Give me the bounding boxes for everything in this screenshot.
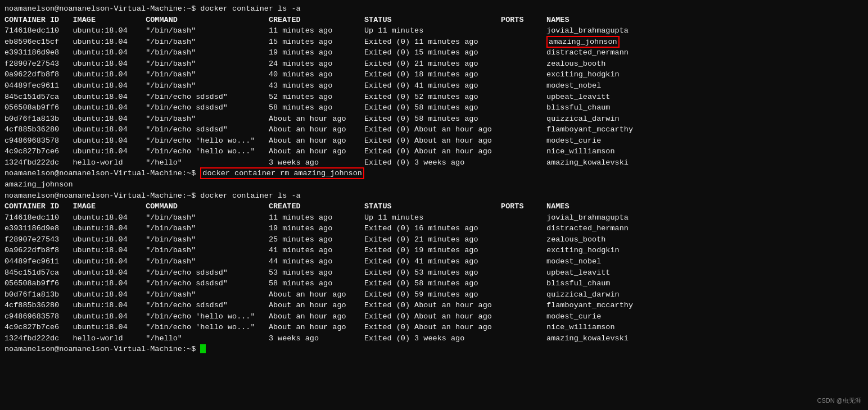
table-row: b0d76f1a813b ubuntu:18.04 "/bin/bash" Ab… [4, 113, 864, 125]
table-row: 845c151d57ca ubuntu:18.04 "/bin/echo sds… [4, 267, 864, 279]
table-row: 4cf885b36280 ubuntu:18.04 "/bin/echo sds… [4, 300, 864, 311]
table-row: 056508ab9ff6 ubuntu:18.04 "/bin/echo sds… [4, 278, 864, 289]
table-row: 714618edc110 ubuntu:18.04 "/bin/bash" 11… [4, 212, 864, 224]
table2-header: CONTAINER ID IMAGE COMMAND CREATED STATU… [4, 201, 864, 212]
table-row: 04489fec9611 ubuntu:18.04 "/bin/bash" 44… [4, 256, 864, 267]
prompt-line-3: noamanelson@noamanelson-Virtual-Machine:… [4, 190, 864, 202]
prompt-line-2: noamanelson@noamanelson-Virtual-Machine:… [4, 168, 864, 179]
table-row: c94869683578 ubuntu:18.04 "/bin/echo 'he… [4, 135, 864, 147]
table-row: 0a9622dfb8f8 ubuntu:18.04 "/bin/bash" 40… [4, 69, 864, 80]
table-row: 4c9c827b7ce6 ubuntu:18.04 "/bin/echo 'he… [4, 146, 864, 157]
table-row: c94869683578 ubuntu:18.04 "/bin/echo 'he… [4, 311, 864, 322]
table-row: 1324fbd222dc hello-world "/hello" 3 week… [4, 333, 864, 344]
rm-output: amazing_johnson [4, 179, 864, 190]
table-row: f28907e27543 ubuntu:18.04 "/bin/bash" 25… [4, 234, 864, 245]
table-row: b0d76f1a813b ubuntu:18.04 "/bin/bash" Ab… [4, 289, 864, 300]
prompt-line-1: noamanelson@noamanelson-Virtual-Machine:… [4, 3, 864, 15]
table-row: 4c9c827b7ce6 ubuntu:18.04 "/bin/echo 'he… [4, 322, 864, 333]
highlighted-container-name: amazing_johnson [546, 36, 620, 48]
table-row: e3931186d9e8 ubuntu:18.04 "/bin/bash" 19… [4, 47, 864, 58]
table-row: 4cf885b36280 ubuntu:18.04 "/bin/echo sds… [4, 124, 864, 135]
table1-header: CONTAINER ID IMAGE COMMAND CREATED STATU… [4, 15, 864, 26]
table-row: f28907e27543 ubuntu:18.04 "/bin/bash" 24… [4, 58, 864, 70]
table-row: 714618edc110 ubuntu:18.04 "/bin/bash" 11… [4, 25, 864, 37]
table-row: 0a9622dfb8f8 ubuntu:18.04 "/bin/bash" 41… [4, 245, 864, 256]
table-row: 845c151d57ca ubuntu:18.04 "/bin/echo sds… [4, 92, 864, 103]
table-row: eb8596ec15cf ubuntu:18.04 "/bin/bash" 15… [4, 37, 864, 48]
final-prompt: noamanelson@noamanelson-Virtual-Machine:… [4, 344, 864, 355]
cursor [200, 344, 206, 353]
table-row: e3931186d9e8 ubuntu:18.04 "/bin/bash" 19… [4, 223, 864, 234]
table-row: 04489fec9611 ubuntu:18.04 "/bin/bash" 43… [4, 80, 864, 92]
terminal: noamanelson@noamanelson-Virtual-Machine:… [4, 3, 864, 355]
highlighted-rm-command: docker container rm amazing_johnson [200, 167, 364, 179]
watermark: CSDN @虫无涯 [817, 397, 861, 406]
table-row: 056508ab9ff6 ubuntu:18.04 "/bin/echo sds… [4, 102, 864, 113]
table-row: 1324fbd222dc hello-world "/hello" 3 week… [4, 157, 864, 168]
